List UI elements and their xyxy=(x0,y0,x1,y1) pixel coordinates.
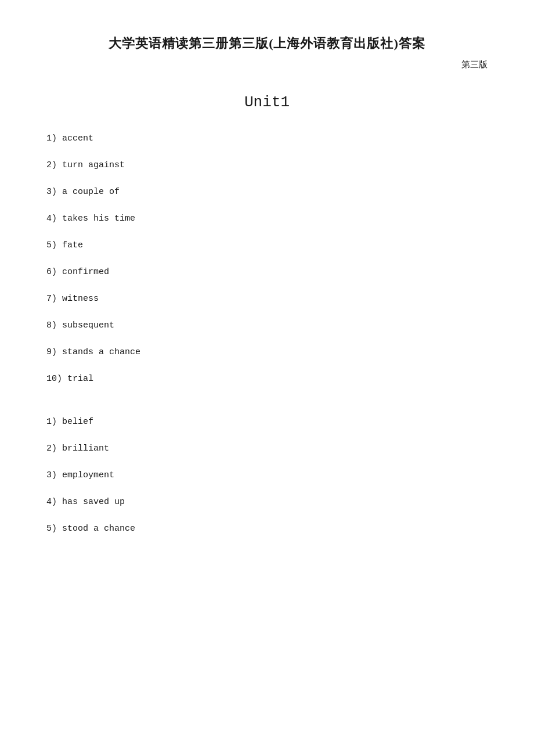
list-item: 1) belief xyxy=(46,415,488,429)
subtitle: 第三版 xyxy=(46,59,488,70)
list-item: 4) has saved up xyxy=(46,495,488,509)
list-item: 5) fate xyxy=(46,239,488,253)
section2-list: 1) belief2) brilliant3) employment4) has… xyxy=(46,415,488,536)
list-item: 4) takes his time xyxy=(46,212,488,226)
list-item: 3) a couple of xyxy=(46,185,488,199)
list-item: 8) subsequent xyxy=(46,319,488,333)
section1-list: 1) accent2) turn against3) a couple of4)… xyxy=(46,132,488,386)
page-title: 大学英语精读第三册第三版(上海外语教育出版社)答案 xyxy=(46,35,488,52)
list-item: 10) trial xyxy=(46,372,488,386)
unit-title: Unit1 xyxy=(46,93,488,111)
list-item: 9) stands a chance xyxy=(46,345,488,359)
list-item: 2) brilliant xyxy=(46,442,488,456)
list-item: 1) accent xyxy=(46,132,488,146)
list-item: 7) witness xyxy=(46,292,488,306)
list-item: 6) confirmed xyxy=(46,265,488,279)
list-item: 3) employment xyxy=(46,469,488,483)
list-item: 2) turn against xyxy=(46,159,488,172)
list-item: 5) stood a chance xyxy=(46,522,488,536)
